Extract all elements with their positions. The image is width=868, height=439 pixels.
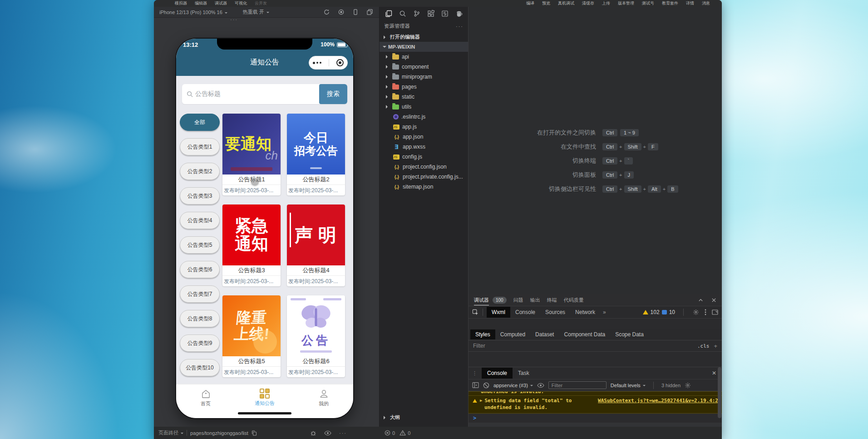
menu-simulator[interactable]: 模拟器 <box>175 0 187 6</box>
log-levels-selector[interactable]: Default levels <box>611 383 646 388</box>
eye-icon[interactable] <box>324 430 331 436</box>
panel-tab-terminal[interactable]: 终端 <box>547 297 557 304</box>
capsule-menu[interactable] <box>309 56 348 70</box>
tab-wxml[interactable]: Wxml <box>487 307 510 318</box>
phone-rotate-icon[interactable] <box>353 9 358 15</box>
menu-device-debug[interactable]: 真机调试 <box>558 0 574 6</box>
announcement-card[interactable]: 今日 招考公告 公告标题2 发布时间:2025-03-... <box>287 114 345 195</box>
bug-icon[interactable] <box>310 430 316 436</box>
category-1[interactable]: 公告类型1 <box>180 138 220 155</box>
folder-miniprogram[interactable]: miniprogram <box>380 72 468 82</box>
warning-count[interactable]: 102 <box>651 309 660 315</box>
panel-tab-code-quality[interactable]: 代码质量 <box>564 297 584 304</box>
tab-home[interactable]: 首页 <box>176 384 235 418</box>
close-icon[interactable] <box>711 298 716 303</box>
error-count[interactable]: 0 <box>392 430 395 436</box>
announcement-card[interactable]: 隆重 上线! 公告标题5 发布时间:2025-03-... <box>222 295 281 377</box>
more-options-icon[interactable]: ··· <box>339 430 347 436</box>
collapse-icon[interactable] <box>698 298 703 303</box>
drag-handle-icon[interactable]: ⋮ <box>472 371 477 375</box>
kebab-menu-icon[interactable] <box>705 309 706 315</box>
subtab-scope-data[interactable]: Scope Data <box>610 329 649 339</box>
menu-preview[interactable]: 预览 <box>542 0 550 6</box>
announcement-card[interactable]: 公告 公告标题6 发布时间:2025-03-... <box>287 295 345 377</box>
menu-messages[interactable]: 消息 <box>702 0 710 6</box>
panel-tab-debugger[interactable]: 调试器 <box>474 295 489 305</box>
menu-visualization[interactable]: 可视化 <box>235 0 247 6</box>
menu-cloud[interactable]: 云开发 <box>255 0 267 6</box>
styles-filter-input[interactable]: Filter <box>473 343 485 349</box>
search-icon[interactable] <box>399 10 406 17</box>
cls-button[interactable]: .cls <box>697 343 710 349</box>
more-dots-icon[interactable] <box>313 62 321 64</box>
search-button[interactable]: 搜索 <box>319 84 347 104</box>
simulator-more-button[interactable]: ··· <box>230 17 238 22</box>
add-style-icon[interactable]: + <box>714 343 717 349</box>
file-sitemap[interactable]: {..}sitemap.json <box>380 182 468 192</box>
folder-component[interactable]: component <box>380 62 468 72</box>
file-config-js[interactable]: JSconfig.js <box>380 152 468 162</box>
console-settings-icon[interactable] <box>685 382 691 389</box>
tab-network[interactable]: Network <box>570 307 600 318</box>
multi-window-icon[interactable] <box>367 9 373 15</box>
category-2[interactable]: 公告类型2 <box>180 163 220 180</box>
sidebar-toggle-icon[interactable] <box>472 382 479 388</box>
tea-break-icon[interactable] <box>455 10 463 17</box>
file-app-wxss[interactable]: ∃app.wxss <box>380 142 468 152</box>
open-editors-section[interactable]: 打开的编辑器 <box>380 32 468 42</box>
more-tabs-icon[interactable]: » <box>600 309 609 315</box>
expand-arrow-icon[interactable]: ▶ <box>480 397 482 404</box>
subtab-computed[interactable]: Computed <box>495 329 530 339</box>
clear-console-icon[interactable] <box>483 382 489 389</box>
drawer-tab-task[interactable]: Task <box>513 368 535 379</box>
gear-icon[interactable] <box>693 309 699 315</box>
scrollbar[interactable] <box>718 367 721 418</box>
file-app-json[interactable]: {..}app.json <box>380 132 468 142</box>
close-drawer-icon[interactable]: ✕ <box>712 370 718 376</box>
panel-tab-problems[interactable]: 问题 <box>513 297 523 304</box>
category-7[interactable]: 公告类型7 <box>180 285 220 303</box>
announcement-card[interactable]: 紧急 通知 公告标题3 发布时间:2025-03-... <box>222 205 281 286</box>
outline-header[interactable]: 大纲 <box>380 413 468 422</box>
record-icon[interactable] <box>338 9 344 15</box>
copy-icon[interactable] <box>252 430 257 436</box>
tab-sources[interactable]: Sources <box>540 307 570 318</box>
category-6[interactable]: 公告类型6 <box>180 261 220 278</box>
console-filter-input[interactable]: Filter <box>548 381 607 389</box>
close-target-icon[interactable] <box>336 59 344 66</box>
search-input[interactable]: 公告标题 搜索 <box>182 84 347 104</box>
extensions-icon[interactable] <box>427 10 434 17</box>
menu-test-account[interactable]: 测试号 <box>642 0 654 6</box>
project-root[interactable]: MP-WEIXIN <box>380 42 468 52</box>
source-control-icon[interactable] <box>413 10 420 17</box>
subtab-dataset[interactable]: Dataset <box>530 329 559 339</box>
file-app-js[interactable]: JSapp.js <box>380 122 468 132</box>
console-prompt[interactable]: > <box>469 414 722 423</box>
explorer-more-icon[interactable]: ··· <box>456 24 464 29</box>
category-9[interactable]: 公告类型9 <box>180 334 220 352</box>
tab-profile[interactable]: 我的 <box>294 384 353 418</box>
menu-debugger[interactable]: 调试器 <box>215 0 227 6</box>
folder-api[interactable]: api <box>380 52 468 62</box>
menu-version[interactable]: 版本管理 <box>618 0 634 6</box>
announcement-card[interactable]: 声明 公告标题4 发布时间:2025-03-... <box>287 205 345 286</box>
folder-pages[interactable]: pages <box>380 82 468 92</box>
tab-console[interactable]: Console <box>510 307 540 318</box>
file-project-config[interactable]: {..}project.config.json <box>380 162 468 172</box>
files-icon[interactable] <box>385 10 392 17</box>
folder-utils[interactable]: utils <box>380 102 468 112</box>
menu-upload[interactable]: 上传 <box>602 0 610 6</box>
category-3[interactable]: 公告类型3 <box>180 187 220 205</box>
panel-tab-output[interactable]: 输出 <box>530 297 540 304</box>
menu-compile[interactable]: 编译 <box>526 0 534 6</box>
mock-panel-icon[interactable] <box>441 10 449 17</box>
context-selector[interactable]: appservice (#3) <box>493 383 533 388</box>
page-path-selector[interactable]: 页面路径 <box>158 429 183 436</box>
undock-icon[interactable] <box>712 309 718 315</box>
category-all[interactable]: 全部 <box>180 114 220 131</box>
folder-static[interactable]: static <box>380 92 468 102</box>
menu-edu-kit[interactable]: 教育套件 <box>662 0 678 6</box>
warning-count[interactable]: 0 <box>408 430 410 436</box>
hot-reload-toggle[interactable]: 热重载 开 <box>243 9 269 15</box>
category-10[interactable]: 公告类型10 <box>180 359 220 376</box>
